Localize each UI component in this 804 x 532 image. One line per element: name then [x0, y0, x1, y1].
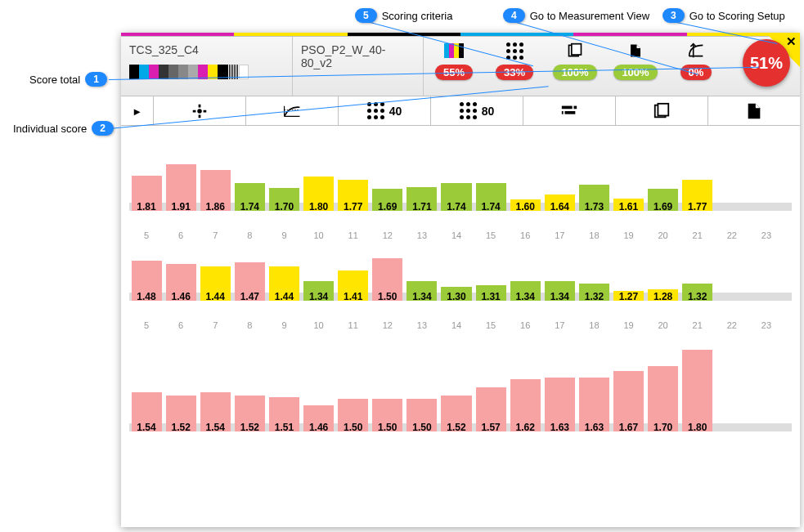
bar[interactable]: 1.32 — [579, 284, 609, 301]
x-label: 8 — [237, 230, 262, 240]
tab-target[interactable] — [154, 96, 246, 125]
bar[interactable]: 1.50 — [372, 258, 402, 302]
score-total-badge[interactable]: 51% — [743, 39, 790, 87]
x-label: 17 — [547, 230, 572, 240]
bar[interactable]: 1.74 — [235, 183, 265, 211]
bar[interactable]: 1.50 — [406, 399, 437, 431]
metric-stack[interactable]: 100% — [550, 42, 600, 80]
bar[interactable]: 1.71 — [406, 187, 437, 211]
bar[interactable]: 1.62 — [510, 379, 541, 431]
metric-cmyk[interactable]: 55% — [429, 42, 478, 80]
x-label: 12 — [375, 230, 400, 240]
bar[interactable]: 1.77 — [338, 180, 368, 211]
bar[interactable]: 1.31 — [476, 285, 506, 301]
bar[interactable]: 1.50 — [338, 399, 368, 431]
bar-value: 1.30 — [441, 291, 471, 302]
bar-value: 1.80 — [682, 422, 712, 433]
bar[interactable]: 1.52 — [235, 396, 265, 431]
bar[interactable]: 1.27 — [613, 291, 644, 301]
bar-value: 1.67 — [613, 422, 644, 433]
bar[interactable]: 1.28 — [648, 289, 678, 301]
bar[interactable]: 1.52 — [166, 396, 196, 431]
callout-badge: 3 — [663, 8, 685, 23]
bar[interactable]: 1.74 — [441, 183, 471, 211]
tab-stack[interactable] — [616, 96, 708, 125]
bar[interactable]: 1.46 — [166, 264, 196, 302]
x-label: 16 — [513, 230, 537, 240]
bar[interactable]: 1.74 — [476, 183, 506, 211]
bar[interactable]: 1.80 — [682, 350, 712, 431]
bar[interactable]: 1.61 — [613, 199, 644, 211]
bar-value: 1.32 — [579, 291, 609, 302]
bar[interactable]: 1.54 — [200, 392, 231, 431]
bar[interactable]: 1.48 — [132, 261, 162, 301]
tab-label: 80 — [482, 105, 495, 118]
callout-badge: 4 — [503, 8, 525, 23]
bar-value: 1.57 — [476, 422, 506, 433]
bar[interactable]: 1.60 — [510, 199, 541, 211]
bar[interactable]: 1.32 — [682, 284, 712, 301]
bar[interactable]: 1.34 — [510, 281, 541, 302]
x-label: 10 — [307, 320, 331, 330]
target-icon — [191, 102, 209, 120]
bar-value: 1.41 — [338, 291, 368, 302]
job-column: TCS_325_C4 — [121, 37, 293, 96]
x-label: 7 — [203, 320, 227, 330]
x-label: 22 — [720, 230, 744, 240]
x-label: 18 — [582, 230, 606, 240]
callout-2: Individual score 2 — [8, 121, 114, 136]
bar[interactable]: 1.63 — [545, 378, 575, 431]
bar-value: 1.71 — [406, 201, 437, 212]
tab-dots-40[interactable]: 40 — [339, 96, 431, 125]
tab-dots-80[interactable]: 80 — [431, 96, 523, 125]
bar[interactable]: 1.91 — [166, 164, 196, 211]
callout-label: Individual score — [8, 123, 92, 135]
bar[interactable]: 1.63 — [579, 378, 609, 431]
bar[interactable]: 1.50 — [372, 399, 402, 431]
bar[interactable]: 1.44 — [200, 266, 231, 301]
chart-row-0: 1.811.911.861.741.701.801.771.691.711.74… — [129, 157, 792, 214]
bar[interactable]: 1.86 — [200, 170, 231, 211]
tab-expand[interactable]: ▸ — [121, 96, 154, 125]
bar-value: 1.34 — [545, 291, 575, 302]
bar[interactable]: 1.34 — [545, 281, 575, 302]
bar[interactable]: 1.34 — [303, 281, 334, 302]
bar[interactable]: 1.51 — [269, 397, 299, 431]
x-label: 22 — [720, 320, 744, 330]
bar-value: 1.77 — [338, 201, 368, 212]
x-label: 5 — [134, 320, 159, 330]
bar[interactable]: 1.54 — [132, 392, 162, 431]
bar[interactable]: 1.57 — [476, 387, 506, 431]
bar[interactable]: 1.30 — [441, 287, 471, 302]
bar[interactable]: 1.77 — [682, 180, 712, 211]
bar-value: 1.50 — [406, 422, 437, 433]
bar[interactable]: 1.73 — [579, 185, 609, 211]
bar[interactable]: 1.67 — [613, 371, 644, 431]
bar[interactable]: 1.47 — [235, 262, 265, 301]
bar[interactable]: 1.34 — [406, 281, 437, 302]
x-label: 16 — [513, 320, 537, 330]
bar-value: 1.34 — [303, 291, 334, 302]
bar[interactable]: 1.41 — [338, 270, 368, 301]
bar[interactable]: 1.81 — [132, 176, 162, 211]
bar[interactable]: 1.70 — [648, 366, 678, 431]
bar[interactable]: 1.69 — [372, 189, 402, 211]
tab-bars[interactable] — [523, 96, 616, 125]
bar-value: 1.34 — [510, 291, 541, 302]
bar[interactable]: 1.80 — [303, 177, 334, 211]
bar[interactable]: 1.69 — [648, 189, 678, 211]
bar[interactable]: 1.70 — [269, 188, 299, 211]
x-label: 9 — [272, 230, 296, 240]
profile-column: PSO_P2_W_40-80_v2 — [293, 37, 424, 96]
bar[interactable]: 1.52 — [441, 396, 471, 431]
bar[interactable]: 1.64 — [545, 194, 575, 211]
scoring-panel: 51% TCS_325_C4 PSO_P2_W_40-80_v2 55%33%1… — [121, 33, 800, 527]
x-label: 5 — [134, 230, 159, 240]
bar-value: 1.73 — [579, 201, 609, 212]
bar[interactable]: 1.46 — [303, 405, 334, 431]
tab-page[interactable] — [708, 96, 800, 125]
x-label: 12 — [375, 320, 400, 330]
svg-rect-10 — [658, 103, 668, 115]
bar[interactable]: 1.44 — [269, 266, 299, 301]
bar-value: 1.69 — [372, 201, 402, 212]
